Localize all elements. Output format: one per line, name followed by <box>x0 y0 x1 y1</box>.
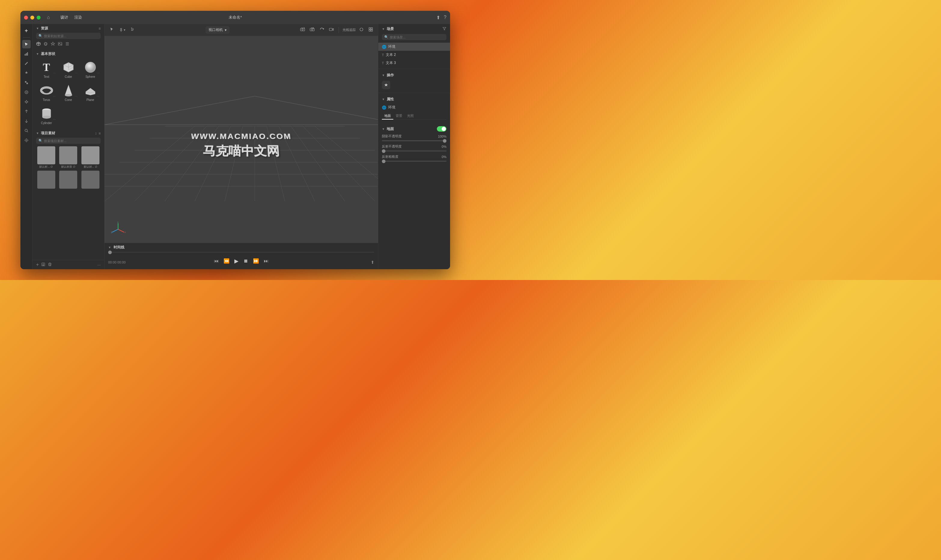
shape-cone[interactable]: Cone ⋯ <box>58 82 79 103</box>
material-item-1[interactable]: 默认材... ∅ <box>36 146 57 169</box>
filter-star-btn[interactable] <box>51 42 55 47</box>
camera-record-icon[interactable] <box>328 26 335 33</box>
chart-tool[interactable] <box>22 49 31 58</box>
step-forward-btn[interactable]: ⏩ <box>253 258 259 264</box>
properties-collapse-icon[interactable]: ▼ <box>382 98 385 101</box>
nav-render[interactable]: 渲染 <box>74 15 82 20</box>
material-item-2[interactable]: 默认材质 ∅ <box>58 146 79 169</box>
list-view-icon[interactable]: ≡ <box>98 26 101 31</box>
scene-item-text3[interactable]: T 文本 3 <box>378 59 450 67</box>
operations-collapse-icon[interactable]: ▼ <box>382 74 385 77</box>
shape-torus[interactable]: Torus ⋯ <box>36 82 57 103</box>
skip-back-btn[interactable]: ⏮ <box>214 258 219 264</box>
text2-icon: T <box>382 53 384 57</box>
materials-collapse-icon[interactable]: ▼ <box>36 132 39 135</box>
skip-forward-btn[interactable]: ⏭ <box>264 258 269 264</box>
materials-sort-icon[interactable]: ↕ <box>95 131 97 135</box>
select-tool[interactable] <box>22 40 31 48</box>
import-btn[interactable] <box>41 262 45 268</box>
viewport-3d[interactable]: WWW.MACMIAO.COM 马克喵中文网 X Y Z <box>105 36 378 243</box>
scene-filter-icon[interactable] <box>442 26 446 32</box>
grid-settings-icon[interactable] <box>367 26 374 33</box>
tab-ground[interactable]: 地面 <box>382 112 393 119</box>
ground-collapse-icon[interactable]: ▼ <box>382 128 385 131</box>
project-materials-title: 项目素材 <box>41 131 55 136</box>
camera-rotate-icon[interactable] <box>318 26 325 33</box>
cube-preview <box>61 60 76 74</box>
materials-list-icon[interactable]: ≡ <box>98 131 101 135</box>
assets-search-input[interactable] <box>44 34 98 38</box>
timeline-export-btn[interactable]: ⬆ <box>371 260 374 262</box>
shape-cylinder[interactable]: Cylinder ⋯ <box>36 105 57 126</box>
add-tool[interactable]: + <box>22 26 31 35</box>
close-button[interactable] <box>24 15 28 20</box>
move-up-tool[interactable] <box>22 107 31 116</box>
shadow-opacity-track[interactable] <box>382 140 446 141</box>
title-bar-nav: 设计 渲染 <box>60 15 82 20</box>
reflection-roughness-value: 0% <box>442 155 446 158</box>
camera-edit-icon[interactable] <box>309 26 316 33</box>
help-icon[interactable]: ? <box>444 15 446 20</box>
filter-image-btn[interactable] <box>58 42 63 47</box>
materials-search-input[interactable] <box>44 139 98 143</box>
scene-item-environment[interactable]: 🌐 环境 <box>378 43 450 51</box>
zoom-tool[interactable] <box>22 126 31 135</box>
operations-section <box>378 79 450 91</box>
pointer-tool[interactable] <box>129 26 136 33</box>
reflection-opacity-track[interactable] <box>382 151 446 151</box>
material-item-3[interactable]: 默认材... ∅ <box>80 146 101 169</box>
scene-search-input[interactable] <box>390 35 444 39</box>
pen-tool[interactable] <box>22 59 31 68</box>
step-back-btn[interactable]: ⏪ <box>223 258 229 264</box>
assets-collapse-icon[interactable]: ▼ <box>36 27 39 30</box>
stop-btn[interactable]: ⏹ <box>243 258 248 264</box>
minimize-button[interactable] <box>30 15 34 20</box>
shadow-opacity-thumb[interactable] <box>443 139 446 143</box>
shape-sphere[interactable]: Sphere ⋯ <box>80 58 101 80</box>
material-preview-4 <box>37 171 55 189</box>
transform-tool[interactable] <box>22 98 31 106</box>
magic-tool[interactable] <box>22 69 31 77</box>
material-item-5[interactable] <box>58 171 79 189</box>
reflection-roughness-track[interactable] <box>382 161 446 162</box>
add-material-btn[interactable]: + <box>36 262 39 268</box>
ground-toggle[interactable] <box>437 126 446 132</box>
effect-tool[interactable] <box>22 88 31 97</box>
material-item-6[interactable] <box>80 171 101 189</box>
project-materials-header: ▼ 项目素材 ↕ ≡ <box>32 129 104 138</box>
filter-cube-btn[interactable] <box>36 42 41 47</box>
reflection-opacity-thumb[interactable] <box>382 149 386 153</box>
anchor-tool[interactable]: ▾ <box>118 27 126 33</box>
filter-list-btn[interactable] <box>65 42 70 47</box>
camera-add-icon[interactable] <box>299 26 306 33</box>
filter-sphere-btn[interactable] <box>43 42 48 47</box>
more-btn[interactable]: ··· <box>97 263 101 267</box>
nav-design[interactable]: 设计 <box>60 15 68 20</box>
timeline-time: 00:00 00:00 <box>108 260 126 262</box>
raytracing-circle-icon[interactable] <box>358 27 365 33</box>
share-icon[interactable]: ⬆ <box>436 15 440 20</box>
shapes-collapse-icon[interactable]: ▼ <box>36 52 39 55</box>
shape-cube[interactable]: Cube ⋯ <box>58 58 79 80</box>
svg-marker-16 <box>65 85 72 95</box>
tab-lighting[interactable]: 光照 <box>405 112 416 119</box>
tab-background[interactable]: 背景 <box>393 112 405 119</box>
shape-plane[interactable]: Plane ⋯ <box>80 82 101 103</box>
operations-star-btn[interactable] <box>382 81 390 89</box>
delete-btn[interactable] <box>48 262 52 268</box>
shape-text[interactable]: T Text ⋯ <box>36 58 57 80</box>
object-tool[interactable] <box>22 78 31 87</box>
reflection-opacity-value: 0% <box>442 145 446 148</box>
cursor-tool[interactable] <box>108 26 115 33</box>
scene-collapse-icon[interactable]: ▼ <box>382 27 385 31</box>
maximize-button[interactable] <box>37 15 41 20</box>
reflection-roughness-thumb[interactable] <box>382 160 386 163</box>
scene-item-text2[interactable]: T 文本 2 <box>378 51 450 59</box>
home-icon[interactable]: ⌂ <box>45 14 51 20</box>
move-down-tool[interactable] <box>22 117 31 125</box>
pan-tool[interactable] <box>22 136 31 145</box>
camera-dropdown[interactable]: 视口相机 ▾ <box>206 26 229 34</box>
material-item-4[interactable] <box>36 171 57 189</box>
play-btn[interactable]: ▶ <box>234 258 238 265</box>
timeline-collapse-icon[interactable]: ▼ <box>108 246 111 249</box>
